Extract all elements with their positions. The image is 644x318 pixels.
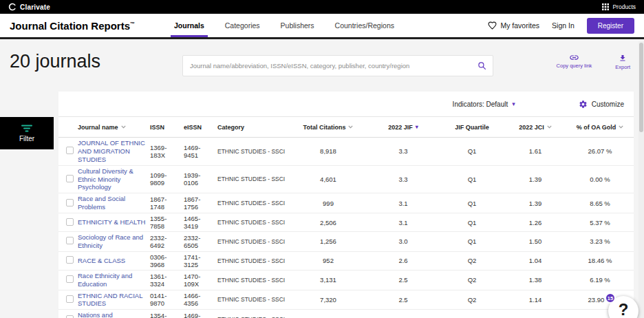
jci-cell: 1.04 [504, 255, 567, 266]
app-header: Journal Citation Reports™ Journals Categ… [0, 14, 644, 39]
indicators-dropdown[interactable]: Indicators: Default ▾ [453, 100, 515, 108]
scrollbar[interactable] [638, 41, 644, 318]
row-checkbox[interactable] [66, 218, 74, 226]
tab-categories[interactable]: Categories [215, 14, 270, 37]
oa-gold-cell: 0.00 % [567, 174, 633, 184]
row-checkbox[interactable] [66, 256, 74, 264]
journal-name-link[interactable]: Nations and Nationalism [78, 311, 147, 318]
jci-cell: 1.38 [504, 275, 567, 285]
trademark: ™ [130, 21, 135, 26]
table-controls: Indicators: Default ▾ Customize [58, 92, 634, 117]
row-checkbox[interactable] [66, 275, 74, 283]
col-oa-gold[interactable]: % of OA Gold [567, 123, 633, 132]
oa-gold-cell: 6.19 % [567, 275, 633, 285]
journal-name-link[interactable]: JOURNAL OF ETHNIC AND MIGRATION STUDIES [78, 139, 147, 164]
row-checkbox[interactable] [66, 147, 74, 154]
register-button[interactable]: Register [587, 18, 634, 34]
eissn-cell: 1466-4356 [182, 290, 216, 308]
col-total-citations[interactable]: Total Citations [290, 123, 366, 132]
scrollbar-thumb[interactable] [639, 43, 643, 132]
jif-quartile-cell: Q2 [440, 315, 504, 318]
journal-name-link[interactable]: RACE & CLASS [78, 257, 147, 265]
download-icon [619, 54, 627, 63]
col-journal-name[interactable]: Journal name [76, 123, 149, 132]
row-checkbox[interactable] [66, 295, 74, 303]
search-input[interactable] [183, 56, 471, 76]
col-issn[interactable]: ISSN [149, 123, 182, 132]
row-checkbox-cell [58, 235, 76, 247]
row-checkbox[interactable] [66, 199, 74, 206]
oa-gold-cell: 8.65 % [567, 198, 633, 209]
jci-cell: 2.13 [504, 315, 567, 318]
oa-gold-cell: 3.23 % [567, 236, 633, 246]
chevron-down-icon: ▾ [512, 101, 515, 107]
tab-journals[interactable]: Journals [164, 14, 215, 37]
my-favorites-button[interactable]: My favorites [488, 21, 539, 30]
journal-name-cell: JOURNAL OF ETHNIC AND MIGRATION STUDIES [76, 138, 149, 165]
col-eissn[interactable]: eISSN [182, 123, 216, 132]
category-cell: ETHNIC STUDIES - SSCI [216, 295, 290, 304]
journal-name-link[interactable]: Race Ethnicity and Education [78, 272, 147, 288]
tab-publishers[interactable]: Publishers [270, 14, 325, 37]
journal-name-cell: Cultural Diversity & Ethnic Minority Psy… [76, 166, 149, 193]
jci-cell: 1.26 [504, 218, 567, 228]
total-citations-cell: 4,601 [290, 174, 366, 184]
select-all-column [58, 126, 76, 129]
app-title: Journal Citation Reports™ [10, 20, 135, 32]
notification-badge: 15 [605, 293, 616, 304]
col-category[interactable]: Category [216, 123, 290, 132]
copy-query-link-label: Copy query link [557, 63, 592, 69]
eissn-cell: 1465-3419 [182, 213, 216, 231]
jif-cell: 2.6 [366, 255, 440, 266]
total-citations-cell: 1,827 [290, 315, 366, 318]
export-button[interactable]: Export [615, 54, 630, 70]
help-widget-button[interactable]: ? 15 [608, 296, 638, 318]
sort-icon [547, 125, 552, 129]
total-citations-cell: 3,131 [290, 275, 366, 285]
link-icon [569, 54, 579, 61]
row-checkbox-cell [58, 255, 76, 266]
sort-icon [619, 125, 623, 129]
col-2022-jif-sorted[interactable]: 2022 JIF ▾ [366, 123, 440, 132]
journal-name-link[interactable]: Race and Social Problems [78, 195, 147, 211]
journal-name-link[interactable]: ETHNICITY & HEALTH [78, 218, 147, 226]
journal-name-link[interactable]: Cultural Diversity & Ethnic Minority Psy… [78, 167, 147, 192]
oa-gold-cell: 5.37 % [567, 218, 633, 228]
eissn-cell: 1741-3125 [182, 252, 216, 270]
results-panel: Indicators: Default ▾ Customize Journal … [58, 92, 634, 318]
customize-button[interactable]: Customize [579, 100, 624, 109]
toolbar-actions: Copy query link Export [557, 54, 630, 70]
sort-active-icon: ▾ [416, 125, 418, 130]
journal-name-link[interactable]: Sociology of Race and Ethnicity [78, 233, 147, 250]
table-row: Nations and Nationalism 1354-5078 1469-8… [58, 310, 634, 318]
sign-in-link[interactable]: Sign In [552, 21, 575, 30]
filter-button[interactable]: Filter [0, 117, 54, 149]
clarivate-logo[interactable]: Clarivate [8, 3, 50, 11]
search-button[interactable] [471, 61, 493, 70]
jif-cell: 2.5 [366, 295, 440, 305]
search-icon [477, 61, 486, 70]
journal-name-cell: ETHNICITY & HEALTH [76, 217, 149, 228]
indicators-label: Indicators: Default [453, 100, 508, 108]
jif-cell: 2.5 [366, 275, 440, 285]
category-cell: ETHNIC STUDIES - SSCI [216, 147, 290, 156]
journal-name-link[interactable]: ETHNIC AND RACIAL STUDIES [78, 292, 147, 308]
col-2022-jci[interactable]: 2022 JCI [504, 123, 567, 132]
copy-query-link-button[interactable]: Copy query link [557, 54, 592, 70]
row-checkbox[interactable] [66, 315, 74, 318]
jci-cell: 1.61 [504, 146, 567, 156]
eissn-cell: 1470-109X [182, 271, 216, 289]
jci-cell: 1.50 [504, 236, 567, 246]
filter-funnel-icon [21, 125, 32, 132]
tab-countries-regions[interactable]: Countries/Regions [325, 14, 405, 37]
jif-quartile-cell: Q1 [440, 198, 504, 209]
products-menu[interactable]: Products [602, 3, 636, 10]
eissn-cell: 1939-0106 [182, 170, 216, 188]
row-checkbox[interactable] [66, 175, 74, 182]
total-citations-cell: 8,918 [290, 146, 366, 156]
row-checkbox[interactable] [66, 237, 74, 244]
eissn-cell: 1867-1756 [182, 194, 216, 212]
col-jif-quartile[interactable]: JIF Quartile [440, 123, 504, 132]
heart-icon [488, 21, 497, 30]
journal-name-cell: Nations and Nationalism [76, 310, 149, 318]
